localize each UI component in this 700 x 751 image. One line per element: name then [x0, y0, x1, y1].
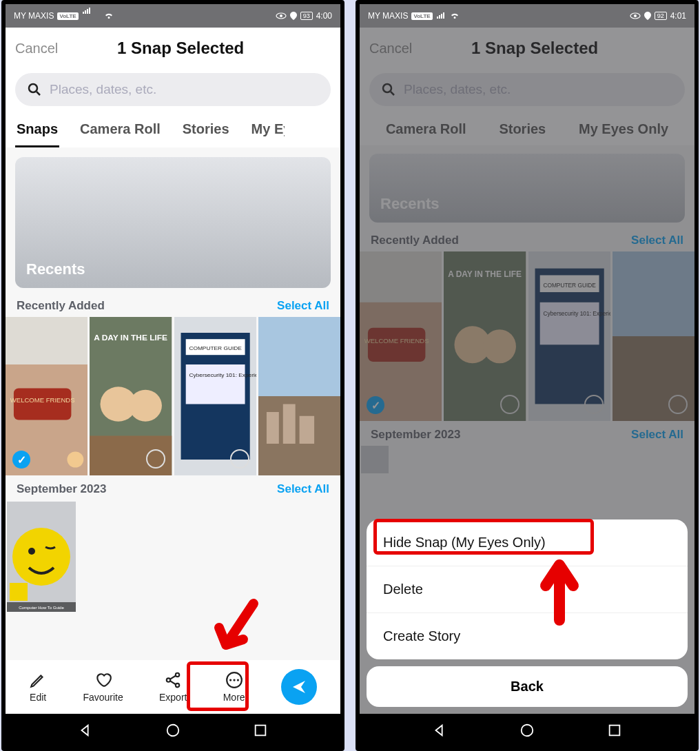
clock-label: 4:01 — [670, 11, 686, 21]
svg-point-43 — [634, 14, 637, 17]
sheet-back-button[interactable]: Back — [367, 666, 688, 707]
android-navbar — [360, 714, 694, 747]
search-icon — [28, 83, 41, 96]
sheet-delete[interactable]: Delete — [367, 566, 688, 613]
search-input[interactable] — [50, 82, 318, 97]
action-sheet: Hide Snap (My Eyes Only) Delete Create S… — [367, 519, 688, 707]
recents-label: Recents — [26, 260, 85, 278]
screen: Cancel 1 Snap Selected Camera Roll Stori… — [360, 28, 694, 714]
export-button[interactable]: Export — [159, 671, 187, 703]
send-icon — [291, 679, 307, 695]
svg-point-26 — [12, 528, 70, 586]
svg-rect-63 — [610, 726, 620, 736]
location-icon — [290, 12, 297, 20]
favourite-button[interactable]: Favourite — [83, 671, 123, 703]
tab-snaps[interactable]: Snaps — [15, 116, 59, 147]
battery-badge: 93 — [300, 12, 313, 20]
svg-rect-5 — [6, 317, 88, 364]
svg-text:WELCOME FRIENDS: WELCOME FRIENDS — [10, 397, 75, 404]
page-title: 1 Snap Selected — [30, 39, 331, 58]
pencil-icon — [29, 671, 47, 689]
select-all-button[interactable]: Select All — [277, 482, 329, 496]
arrow-annotation — [212, 597, 267, 666]
svg-rect-18 — [185, 364, 245, 404]
nav-recent-icon[interactable] — [607, 723, 622, 738]
tab-my-eyes-only[interactable]: My Eyes Only — [250, 116, 285, 147]
phone-right: MY MAXIS VoLTE 92 4:01 Cancel 1 Snap Sel… — [356, 0, 699, 751]
carrier-label: MY MAXIS — [368, 11, 408, 21]
volte-badge: VoLTE — [57, 12, 78, 20]
phone-left: MY MAXIS VoLTE 93 4:00 Cancel 1 Snap Sel… — [1, 0, 344, 751]
wifi-icon — [103, 12, 114, 20]
section-name: Recently Added — [17, 299, 105, 313]
sheet-hide-snap[interactable]: Hide Snap (My Eyes Only) — [367, 519, 688, 566]
eye-icon — [630, 12, 641, 19]
svg-text:COMPUTER GUIDE: COMPUTER GUIDE — [189, 345, 242, 351]
svg-rect-28 — [10, 583, 28, 601]
edit-button[interactable]: Edit — [29, 671, 47, 703]
carrier-label: MY MAXIS — [14, 11, 54, 21]
svg-line-3 — [37, 92, 40, 95]
svg-point-8 — [67, 452, 83, 468]
svg-rect-22 — [267, 412, 279, 444]
tabs: Snaps Camera Roll Stories My Eyes Only — [6, 113, 340, 147]
svg-rect-6 — [14, 389, 71, 420]
section-september: September 2023 Select All — [6, 478, 340, 500]
signal-icon — [82, 7, 100, 25]
more-button[interactable]: More — [223, 671, 245, 703]
svg-point-27 — [28, 548, 35, 555]
svg-rect-41 — [256, 726, 266, 736]
wifi-icon — [449, 12, 460, 20]
svg-point-12 — [129, 390, 162, 422]
snap-thumb[interactable]: A DAY IN THE LIFE — [90, 317, 172, 475]
svg-line-34 — [170, 676, 176, 679]
nav-back-icon[interactable] — [78, 723, 93, 738]
svg-point-39 — [236, 679, 238, 681]
status-bar: MY MAXIS VoLTE 93 4:00 — [6, 4, 340, 28]
nav-recent-icon[interactable] — [253, 723, 268, 738]
eye-icon — [276, 12, 287, 19]
select-ring-icon — [146, 449, 165, 469]
screen: Cancel 1 Snap Selected Snaps Camera Roll… — [6, 28, 340, 714]
selected-check-icon: ✓ — [12, 451, 30, 469]
svg-text:Cybersecurity 101: Experience: Cybersecurity 101: Experience — [189, 373, 256, 379]
nav-back-icon[interactable] — [432, 723, 447, 738]
svg-point-38 — [233, 679, 235, 681]
recents-card[interactable]: Recents — [15, 157, 331, 288]
svg-point-40 — [167, 725, 179, 737]
section-recently-added: Recently Added Select All — [6, 295, 340, 317]
volte-badge: VoLTE — [411, 12, 432, 20]
nav-home-icon[interactable] — [165, 723, 181, 738]
svg-rect-23 — [283, 404, 296, 444]
svg-point-2 — [29, 84, 37, 92]
svg-point-1 — [280, 14, 282, 17]
bottom-toolbar: Edit Favourite Export More — [6, 660, 340, 714]
android-navbar — [6, 714, 340, 747]
section-name: September 2023 — [17, 482, 106, 496]
select-ring-icon — [230, 449, 249, 469]
svg-line-35 — [170, 681, 176, 684]
snap-thumb[interactable]: COMPUTER GUIDECybersecurity 101: Experie… — [174, 317, 256, 475]
more-icon — [225, 671, 243, 689]
nav-home-icon[interactable] — [519, 723, 535, 738]
signal-icon — [436, 12, 446, 20]
tab-stories[interactable]: Stories — [181, 116, 231, 147]
thumb-row: WELCOME FRIENDS ✓ A DAY IN THE LIFE COMP… — [6, 317, 340, 478]
snap-thumb[interactable] — [258, 317, 340, 475]
header: Cancel 1 Snap Selected — [6, 28, 340, 69]
tab-camera-roll[interactable]: Camera Roll — [79, 116, 162, 147]
search-field[interactable] — [15, 73, 331, 106]
location-icon — [644, 12, 651, 20]
snap-thumb[interactable]: Computer How To Guide — [7, 502, 76, 612]
svg-point-37 — [229, 679, 231, 681]
sheet-create-story[interactable]: Create Story — [367, 613, 688, 659]
send-button[interactable] — [281, 669, 317, 705]
snap-thumb[interactable]: WELCOME FRIENDS ✓ — [6, 317, 88, 475]
heart-icon — [94, 671, 112, 689]
select-all-button[interactable]: Select All — [277, 299, 329, 313]
battery-badge: 92 — [655, 12, 667, 20]
svg-text:Computer How To Guide: Computer How To Guide — [19, 606, 64, 610]
status-bar: MY MAXIS VoLTE 92 4:01 — [360, 4, 694, 28]
clock-label: 4:00 — [316, 11, 332, 21]
svg-rect-24 — [299, 416, 313, 444]
